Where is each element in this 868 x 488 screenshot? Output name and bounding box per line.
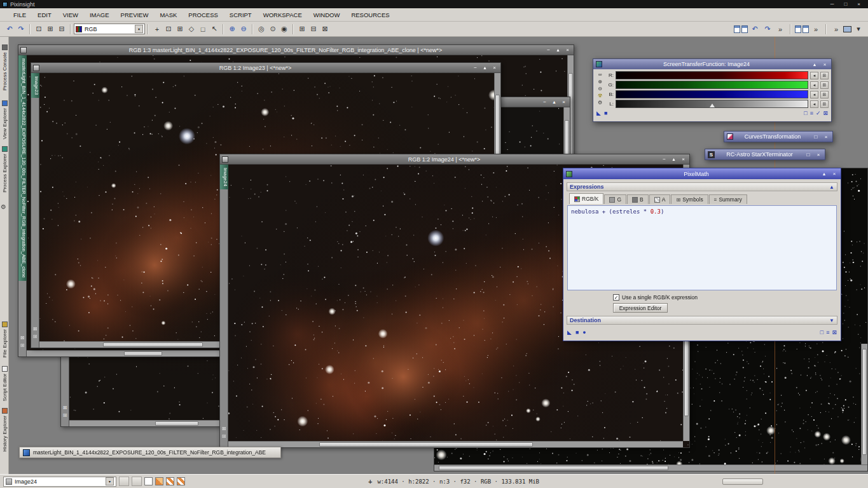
vertical-scrollbar[interactable] <box>861 344 867 464</box>
boost-icon[interactable]: ☢ <box>598 92 602 99</box>
menu-process[interactable]: PROCESS <box>183 10 223 20</box>
horizontal-scrollbar[interactable] <box>228 441 683 447</box>
red-edit-button[interactable]: ⊞ <box>820 72 829 79</box>
hscroll-thumb[interactable] <box>155 421 198 426</box>
app-titlebar[interactable]: Pixinsight ─ □ × <box>0 0 868 8</box>
close-button[interactable]: × <box>563 46 572 53</box>
duplicate-window-icon[interactable]: ⊞ <box>45 24 56 35</box>
stf-titlebar[interactable]: ScreenTransferFunction: Image24 ▴ × <box>593 59 831 69</box>
apply-icon[interactable]: ◣ <box>567 329 572 336</box>
menu-file[interactable]: FILE <box>8 10 32 20</box>
vscroll-thumb[interactable] <box>862 349 867 455</box>
close-button[interactable]: × <box>815 151 822 158</box>
edit-stf-icon[interactable]: ⚙ <box>598 99 602 106</box>
window-side-tab[interactable]: masterLight_BIN_1_4144x2822_EXPOSURE_120… <box>18 55 27 356</box>
red-reset-button[interactable]: ◂ <box>810 72 818 79</box>
hscroll-thumb[interactable] <box>439 466 668 470</box>
minimized-window-item[interactable]: masterLight_BIN_1_4144x2822_EXPOSURE_120… <box>19 447 281 458</box>
hscroll-thumb[interactable] <box>103 342 203 347</box>
minimize-button[interactable]: − <box>471 64 479 71</box>
hscroll-thumb[interactable] <box>319 442 533 447</box>
zoom-mode-icon[interactable]: ⊞ <box>63 412 67 418</box>
lum-stf-bar[interactable] <box>616 100 808 108</box>
redo-icon[interactable]: ↷ <box>15 24 27 35</box>
destination-section-header[interactable]: Destination ▼ <box>567 316 837 325</box>
lum-reset-button[interactable]: ◂ <box>810 100 818 108</box>
expressions-section-header[interactable]: Expressions ▲ <box>567 182 837 191</box>
pixelmath-panel[interactable]: PixelMath ▴ × Expressions ▲ RGB/K G B A … <box>563 168 841 341</box>
display-settings-icon[interactable] <box>843 26 851 32</box>
sidebar-item-history-explorer[interactable]: History Explorer <box>0 408 9 452</box>
curves-titlebar[interactable]: CurvesTransformation □ × <box>724 132 832 142</box>
view-selector-tab[interactable]: masterLight_BIN_1_4144x2822_EXPOSURE_120… <box>18 55 27 281</box>
fit-view-icon[interactable]: ⊠ <box>20 335 25 341</box>
window-minimize-icon[interactable]: ─ <box>830 1 834 7</box>
process-doc-icon[interactable] <box>734 25 740 33</box>
close-button[interactable]: × <box>822 133 830 140</box>
hscroll-thumb[interactable] <box>124 351 162 356</box>
curves-panel[interactable]: CurvesTransformation □ × <box>724 131 833 142</box>
shade-button[interactable]: ▴ <box>670 156 678 163</box>
menu-edit[interactable]: EDIT <box>32 10 57 20</box>
close-button[interactable]: × <box>830 170 838 177</box>
reset-icon[interactable]: ⊠ <box>832 329 837 336</box>
window-side-tab[interactable]: Image23 ⊠ ⊞ <box>31 73 39 348</box>
menu-image[interactable]: IMAGE <box>84 10 115 20</box>
close-button[interactable]: × <box>490 64 499 71</box>
combo-dropdown-icon[interactable]: ▾ <box>135 25 143 33</box>
zoom-fit-icon[interactable]: ⊙ <box>267 24 279 35</box>
starxterminator-panel[interactable]: S RC-Astro StarXTerminator □ × <box>705 149 825 160</box>
view-dropdown-icon[interactable]: ▾ <box>106 477 114 485</box>
menu-preview[interactable]: PREVIEW <box>115 10 155 20</box>
current-view-combo[interactable]: Image24 ▾ <box>3 477 116 487</box>
display-channel-combo[interactable]: RGB ▾ <box>74 24 145 34</box>
zoom-out-icon[interactable]: ⊖ <box>238 24 249 35</box>
fit-view-icon[interactable]: ⊠ <box>33 326 38 332</box>
close-button[interactable]: × <box>821 61 829 68</box>
shade-button[interactable]: ▴ <box>820 170 828 177</box>
color-swatch[interactable] <box>155 477 163 485</box>
green-reset-button[interactable]: ◂ <box>810 81 818 89</box>
iconize-button[interactable]: □ <box>812 133 820 140</box>
view-selector-tab[interactable]: Image23 <box>31 73 39 98</box>
apply-global-icon[interactable]: ● <box>582 329 586 336</box>
window-titlebar[interactable]: RGB 1:3 masterLight_BIN_1_4144x2822_EXPO… <box>18 45 574 55</box>
zoom-in-icon[interactable]: ⊕ <box>226 24 238 35</box>
tab-g[interactable]: G <box>604 194 626 204</box>
new-window-icon[interactable]: ⊡ <box>33 24 45 35</box>
window-titlebar[interactable]: RGB 1:2 Image23 | <*new*> − ▴ × <box>31 63 500 73</box>
preview-options-button[interactable] <box>132 477 142 486</box>
toolbar-overflow3-icon[interactable]: » <box>830 24 842 35</box>
tab-summary[interactable]: ≡Summary <box>709 194 747 204</box>
zoom-mode-icon[interactable]: ⊞ <box>20 342 25 348</box>
minimize-button[interactable]: − <box>544 46 553 53</box>
lum-edit-button[interactable]: ⊞ <box>820 100 829 108</box>
rgbk-expression-editor[interactable]: nebulosa + (estreles * 0.3) <box>567 205 837 290</box>
pan-tool-icon[interactable]: + <box>151 24 163 35</box>
menu-workspace[interactable]: WORKSPACE <box>258 10 308 20</box>
red-stf-bar[interactable] <box>616 71 808 79</box>
menu-view[interactable]: VIEW <box>57 10 84 20</box>
zoom-in-icon[interactable]: ⊕ <box>598 78 602 85</box>
zoom-mode-icon[interactable]: ⊞ <box>222 433 226 439</box>
background-swatch[interactable] <box>144 477 153 485</box>
transparency-swatch-2[interactable] <box>177 477 185 485</box>
menu-window[interactable]: WINDOW <box>308 10 346 20</box>
browse-doc-icon[interactable]: ≡ <box>826 329 829 336</box>
menu-resources[interactable]: RESOURCES <box>345 10 395 20</box>
sidebar-item-process-console[interactable]: Process Console <box>0 44 9 90</box>
minimize-button[interactable]: − <box>541 98 549 105</box>
shade-button[interactable]: ▴ <box>550 98 558 105</box>
track-view-checkbox[interactable]: ✓ <box>816 110 821 116</box>
window-close-icon[interactable]: × <box>857 1 860 7</box>
shade-button[interactable]: ▴ <box>481 64 489 71</box>
collapse-section-icon[interactable]: ▲ <box>829 184 834 190</box>
link-rgb-icon[interactable]: ∞ <box>598 71 602 78</box>
window-titlebar[interactable]: RGB 1:2 Image24 | <*new*> − ▴ × <box>220 154 689 165</box>
new-preview-icon[interactable]: ◇ <box>186 24 197 35</box>
readout-tool-icon[interactable]: □ <box>197 24 209 35</box>
window-side-tab[interactable]: Image24 ⊠ ⊞ <box>220 165 228 447</box>
cascade-windows-icon[interactable]: ⊟ <box>308 24 319 35</box>
display-dropdown-icon[interactable]: ▾ <box>853 24 864 35</box>
zoom-mode-icon[interactable]: ⊞ <box>33 334 38 339</box>
